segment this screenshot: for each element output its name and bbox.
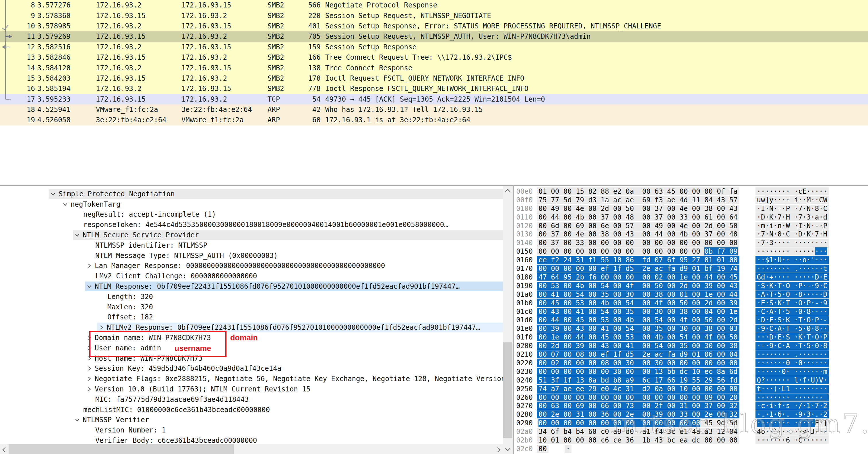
detail-row[interactable]: NTLM Message Type: NTLMSSP_AUTH (0x00000… (0, 251, 503, 261)
detail-row-label: NTLM Secure Service Provider (83, 231, 199, 239)
detail-row[interactable]: Version Number: 1 (0, 425, 503, 435)
detail-row[interactable]: mechListMIC: 01000000c6ce361b43bceadc000… (0, 404, 503, 415)
expander-closed-icon[interactable] (86, 263, 92, 269)
expander-closed-icon[interactable] (86, 386, 92, 392)
packet-row[interactable]: 83.577276172.16.93.2172.16.93.15SMB2566N… (0, 0, 868, 10)
detail-row[interactable]: Negotiate Flags: 0xe2888215, Negotiate 5… (0, 374, 503, 384)
detail-row[interactable]: NTLM Response: 0bf709eef22431f1551086fd0… (0, 281, 503, 292)
hex-row[interactable]: 019000 53 00 4b 00 54 00 4f 00 50 00 2d … (514, 282, 829, 290)
hex-row[interactable]: 012000 6d 00 69 00 6e 00 57 00 49 00 4e … (514, 222, 829, 230)
hex-row[interactable]: 01e000 39 00 43 00 41 00 54 00 35 00 30 … (514, 324, 829, 333)
hex-row[interactable]: 024051 3f 1f 13 8a bd b8 a9 6c 17 66 19 … (514, 376, 829, 385)
packet-row[interactable]: 153.584203172.16.93.15172.16.93.2SMB2178… (0, 73, 868, 84)
watermark: initsec blog.gm7.org (611, 409, 868, 440)
col-destination: 172.16.93.2 (181, 32, 268, 40)
hex-offset: 0110 (514, 213, 533, 221)
horizontal-scrollbar-thumb[interactable] (9, 444, 234, 454)
expander-open-icon[interactable] (74, 232, 81, 238)
hex-row[interactable]: 015000 00 00 00 00 00 00 00 00 00 00 00 … (514, 247, 829, 256)
hex-ascii: ·S·K·T·O ·P·-·9·C (755, 282, 829, 290)
expander-closed-icon[interactable] (86, 365, 92, 371)
expander-open-icon[interactable] (86, 283, 92, 290)
hex-row[interactable]: 00f075 77 5d 79 d3 1a ac ae 69 f3 ae 4d … (514, 196, 829, 204)
detail-row[interactable]: Maxlen: 320 (0, 302, 503, 312)
col-source: VMware_f1:fc:2a (96, 106, 181, 114)
col-info: Session Setup Request, NTLMSSP_NEGOTIATE (321, 12, 868, 20)
hex-row[interactable]: 021000 07 00 08 00 ef 1f d5 2e ac fa d9 … (514, 350, 829, 359)
detail-row[interactable]: Session Key: 459d5d346fb4b460c0a9d0a1f43… (0, 364, 503, 374)
detail-row[interactable]: NTLM Secure Service Provider (0, 230, 503, 240)
detail-row[interactable]: MIC: fa75775d79d31aacae69f3ae4d118443 (0, 394, 503, 404)
scroll-up-icon[interactable] (505, 188, 511, 193)
hex-row[interactable]: 01a000 41 00 54 00 35 00 30 00 38 00 01 … (514, 290, 829, 299)
detail-row[interactable]: Length: 320 (0, 292, 503, 302)
detail-row[interactable]: Offset: 182 (0, 312, 503, 323)
hex-row[interactable]: 020000 2d 00 39 00 43 00 41 00 54 00 35 … (514, 342, 829, 350)
detail-row[interactable]: NTLMSSP identifier: NTLMSSP (0, 240, 503, 251)
packet-row[interactable]: 103.578985172.16.93.2172.16.93.15SMB2401… (0, 21, 868, 31)
detail-horizontal-scrollbar[interactable] (0, 444, 503, 454)
scroll-right-icon[interactable] (497, 447, 501, 453)
hex-ascii: ·C·A·T·5 ·0·8···· (755, 307, 829, 316)
hex-row[interactable]: 00e001 00 00 15 82 88 e2 0a 00 63 45 00 … (514, 187, 829, 196)
hex-row[interactable]: 011000 44 00 4b 00 37 00 48 00 37 00 33 … (514, 213, 829, 222)
col-no: 15 (13, 74, 35, 83)
packet-row[interactable]: 113.579269172.16.93.15172.16.93.2SMB2705… (0, 31, 868, 42)
hex-row[interactable]: 023000 00 00 00 00 00 30 00 00 13 bb dc … (514, 367, 829, 376)
hex-offset: 0270 (514, 402, 533, 410)
hex-row[interactable]: 026000 00 00 00 00 00 00 00 00 00 00 00 … (514, 393, 829, 402)
hex-row[interactable]: 010000 49 00 4e 00 2d 00 50 00 37 00 4e … (514, 204, 829, 213)
detail-row-label: Verifier Body: c6ce361b43bceadc00000000 (95, 436, 257, 444)
packet-row[interactable]: 93.578360172.16.93.15172.16.93.2SMB2220S… (0, 10, 868, 21)
scroll-down-icon[interactable] (505, 447, 511, 452)
expander-open-icon[interactable] (50, 191, 56, 197)
col-info: Negotiate Protocol Response (321, 1, 868, 9)
packet-row[interactable]: 123.582516172.16.93.2172.16.93.15SMB2159… (0, 42, 868, 52)
detail-row[interactable]: Simple Protected Negotiation (0, 189, 503, 199)
packet-row[interactable]: 184.525941VMware_f1:fc:2a3e:22:fb:4a:e2:… (0, 104, 868, 115)
detail-row[interactable]: responseToken: 4e544c4d53535000030000001… (0, 220, 503, 230)
hex-row[interactable]: 01d000 44 00 45 00 53 00 4b 00 54 00 4f … (514, 316, 829, 325)
col-source: 172.16.93.15 (96, 74, 181, 83)
hex-row[interactable]: 0160ee f2 24 31 f1 55 10 86 fd 07 6f 95 … (514, 256, 829, 264)
scroll-left-icon[interactable] (2, 447, 6, 453)
detail-row[interactable]: Verifier Body: c6ce361b43bceadc00000000 (0, 435, 503, 444)
related-packets-gutter (0, 0, 13, 126)
expander-closed-icon[interactable] (98, 324, 104, 331)
detail-row[interactable]: NTLMSSP Verifier (0, 415, 503, 425)
expander-open-icon[interactable] (74, 417, 81, 423)
packet-row[interactable]: 163.585194172.16.93.2172.16.93.15SMB2778… (0, 84, 868, 94)
packet-row[interactable]: 194.5260583e:22:fb:4a:e2:64VMware_f1:fc:… (0, 115, 868, 125)
col-length: 401 (290, 22, 321, 30)
hex-row[interactable]: 017000 00 00 00 00 ef 1f d5 2e ac fa d9 … (514, 264, 829, 273)
vertical-scrollbar-thumb[interactable] (503, 343, 513, 438)
packet-row[interactable]: 173.595233172.16.93.15172.16.93.2TCP5449… (0, 94, 868, 104)
hex-row[interactable]: 01c000 43 00 41 00 54 00 35 00 30 00 38 … (514, 307, 829, 316)
hex-row[interactable]: 025074 a7 ae ee 29 e0 4c 31 d2 0a 00 10 … (514, 385, 829, 393)
col-no: 9 (13, 12, 35, 20)
col-length: 60 (290, 116, 321, 124)
expander-open-icon[interactable] (62, 201, 68, 207)
detail-row[interactable]: Lan Manager Response: 000000000000000000… (0, 261, 503, 271)
detail-row[interactable]: User name: admin (0, 343, 503, 353)
hex-row[interactable]: 02c000· (514, 445, 571, 453)
hex-row[interactable]: 01b000 45 00 53 00 4b 00 54 00 4f 00 50 … (514, 299, 829, 307)
detail-row[interactable]: negTokenTarg (0, 199, 503, 209)
packet-row[interactable]: 143.584120172.16.93.2172.16.93.15SMB2138… (0, 63, 868, 73)
hex-row[interactable]: 014000 37 00 33 00 00 00 00 00 00 00 00 … (514, 238, 829, 247)
hex-row[interactable]: 013000 37 00 4e 00 38 00 43 00 44 00 4b … (514, 230, 829, 239)
detail-row[interactable]: Host name: WIN-P7N8CDK7H73 (0, 353, 503, 364)
expander-closed-icon[interactable] (86, 376, 92, 382)
hex-row[interactable]: 018047 64 95 2b f6 00 00 00 00 02 00 1e … (514, 273, 829, 282)
detail-row[interactable]: Version 10.0 (Build 17763); NTLM Current… (0, 384, 503, 394)
detail-row[interactable]: LMv2 Client Challenge: 0000000000000000 (0, 271, 503, 281)
packet-row[interactable]: 133.582846172.16.93.15172.16.93.2SMB2166… (0, 52, 868, 63)
col-time: 3.578360 (35, 12, 96, 20)
detail-row[interactable]: NTLMv2 Response: 0bf709eef22431f1551086f… (0, 322, 503, 333)
col-protocol: TCP (268, 95, 290, 103)
hex-row[interactable]: 01f000 1e 00 44 00 45 00 53 00 4b 00 54 … (514, 333, 829, 342)
hex-bytes: 00 02 00 00 00 08 00 30 00 30 00 00 00 0… (537, 359, 739, 367)
detail-row[interactable]: negResult: accept-incomplete (1) (0, 209, 503, 220)
hex-row[interactable]: 022000 02 00 00 00 08 00 30 00 30 00 00 … (514, 359, 829, 367)
detail-vertical-scrollbar[interactable] (503, 186, 513, 454)
